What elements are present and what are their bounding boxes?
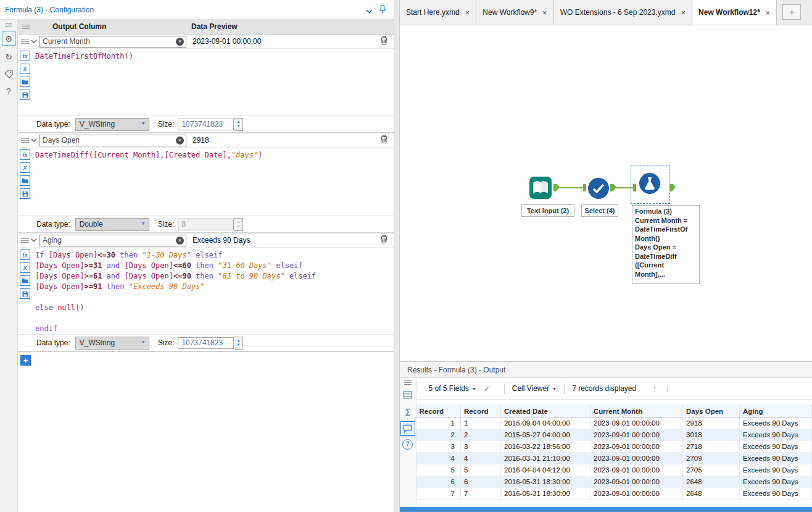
cell[interactable]: 2015-09-04 04:00:00 bbox=[501, 418, 590, 429]
recent-expressions-icon[interactable] bbox=[20, 77, 30, 87]
workflow-tab[interactable]: New Workflow12*× bbox=[692, 0, 777, 25]
scroll-down-icon[interactable]: ↓ bbox=[665, 384, 669, 393]
fields-dropdown[interactable]: 5 of 5 Fields ▼ bbox=[429, 384, 476, 393]
cell[interactable]: 5 bbox=[416, 464, 461, 476]
profile-view-icon[interactable]: ∑ bbox=[401, 405, 415, 418]
collapse-formula-icon[interactable] bbox=[29, 138, 39, 142]
cell[interactable]: 2023-09-01 00:00:00 bbox=[590, 441, 683, 453]
cell[interactable]: Exceeds 90 Days bbox=[740, 429, 812, 441]
cell[interactable]: 2918 bbox=[683, 418, 740, 429]
workflow-tab[interactable]: WO Extensions - 6 Sep 2023.yxmd× bbox=[554, 0, 692, 25]
cell[interactable]: Exceeds 90 Days bbox=[740, 441, 812, 453]
cell[interactable]: Exceeds 90 Days bbox=[740, 476, 812, 488]
cell[interactable]: 6 bbox=[416, 476, 461, 488]
cell[interactable]: 5 bbox=[461, 464, 501, 476]
cell[interactable]: 6 bbox=[461, 476, 501, 488]
help-icon[interactable]: ? bbox=[402, 439, 413, 450]
workflow-canvas[interactable]: Text Input (2) Select (4) Formula (3) Cu… bbox=[400, 25, 812, 361]
refresh-icon[interactable]: ↻ bbox=[2, 50, 15, 63]
recent-expressions-icon[interactable] bbox=[20, 175, 30, 186]
output-column-input[interactable]: Days Open× bbox=[39, 135, 186, 146]
cell[interactable]: 2648 bbox=[683, 476, 740, 488]
cell[interactable]: Exceeds 90 Days bbox=[740, 418, 812, 429]
drag-handle-icon[interactable] bbox=[21, 238, 29, 243]
cell[interactable]: 4 bbox=[461, 453, 501, 464]
cell[interactable]: Exceeds 90 Days bbox=[740, 464, 812, 476]
input-anchor[interactable] bbox=[583, 184, 586, 191]
tab-close-icon[interactable]: × bbox=[542, 8, 547, 17]
cell[interactable]: 4 bbox=[416, 453, 461, 464]
cell[interactable]: 2648 bbox=[683, 488, 740, 500]
cell[interactable]: 2016-03-31 21:10:00 bbox=[501, 453, 590, 464]
delete-formula-icon[interactable] bbox=[380, 135, 388, 146]
size-input[interactable]: 1073741823 bbox=[178, 119, 234, 130]
cell[interactable]: 3 bbox=[416, 441, 461, 453]
size-spinner[interactable]: ▲▼ bbox=[234, 218, 243, 231]
expression-editor[interactable]: DateTimeFirstOfMonth() bbox=[31, 49, 394, 115]
output-column-input[interactable]: Current Month× bbox=[39, 36, 186, 48]
variables-icon[interactable]: X bbox=[20, 262, 30, 273]
cell[interactable]: 2023-09-01 00:00:00 bbox=[590, 488, 683, 500]
tab-close-icon[interactable]: × bbox=[681, 8, 686, 17]
clear-column-icon[interactable]: × bbox=[176, 136, 184, 145]
clear-column-icon[interactable]: × bbox=[176, 237, 184, 245]
tool-annotation[interactable]: Formula (3) Current Month =DateTimeFirst… bbox=[632, 205, 700, 284]
tool-caption[interactable]: Select (4) bbox=[581, 204, 618, 217]
chevron-down-icon[interactable] bbox=[366, 7, 373, 15]
clear-column-icon[interactable]: × bbox=[176, 38, 184, 46]
text-input-tool[interactable] bbox=[529, 176, 552, 201]
drag-handle-icon[interactable] bbox=[21, 138, 29, 143]
cell[interactable]: 2 bbox=[416, 429, 461, 441]
recent-expressions-icon[interactable] bbox=[20, 275, 30, 286]
variables-icon[interactable]: X bbox=[20, 64, 30, 74]
size-spinner[interactable]: ▲▼ bbox=[234, 118, 243, 131]
messages-view-icon[interactable] bbox=[400, 421, 415, 436]
help-icon[interactable]: ? bbox=[2, 85, 15, 98]
expression-editor[interactable]: DateTimeDiff([Current Month],[Created Da… bbox=[31, 148, 394, 216]
tool-caption[interactable]: Text Input (2) bbox=[521, 204, 574, 217]
settings-gear-icon[interactable]: ⚙ bbox=[2, 31, 16, 46]
menu-icon[interactable] bbox=[5, 23, 12, 27]
cell[interactable]: 2023-09-01 00:00:00 bbox=[590, 476, 683, 488]
size-spinner[interactable]: ▲▼ bbox=[234, 337, 243, 350]
table-view-icon[interactable] bbox=[401, 388, 415, 401]
tag-icon[interactable] bbox=[2, 67, 15, 80]
functions-icon[interactable]: fx bbox=[20, 51, 30, 61]
delete-formula-icon[interactable] bbox=[380, 235, 388, 246]
cell[interactable]: 1 bbox=[416, 418, 461, 429]
scroll-up-icon[interactable]: ↑ bbox=[652, 384, 657, 393]
cell[interactable]: 2709 bbox=[683, 453, 740, 464]
data-type-dropdown[interactable]: Double▼ bbox=[75, 218, 149, 231]
cell[interactable]: 2015-05-27 04:00:00 bbox=[501, 429, 590, 441]
column-header[interactable]: Aging bbox=[740, 405, 812, 418]
functions-icon[interactable]: fx bbox=[20, 250, 30, 260]
size-input[interactable]: 8 bbox=[178, 219, 234, 230]
tab-close-icon[interactable]: × bbox=[465, 8, 470, 17]
cell[interactable]: 2705 bbox=[683, 464, 740, 476]
new-workflow-button[interactable]: + bbox=[782, 4, 801, 20]
cell[interactable]: 7 bbox=[461, 488, 501, 500]
saved-expressions-icon[interactable] bbox=[20, 288, 30, 299]
expression-editor[interactable]: If [Days Open]<=30 then "1-30 Days" else… bbox=[31, 248, 394, 334]
cell[interactable]: 2 bbox=[461, 429, 501, 441]
menu-icon[interactable] bbox=[404, 380, 412, 385]
tab-close-icon[interactable]: × bbox=[766, 8, 771, 17]
collapse-formula-icon[interactable] bbox=[29, 238, 39, 242]
add-formula-button[interactable]: + bbox=[20, 355, 31, 366]
cell[interactable]: 2718 bbox=[683, 441, 740, 453]
cell[interactable]: 2023-09-01 00:00:00 bbox=[590, 453, 683, 464]
cell[interactable]: 7 bbox=[416, 488, 461, 500]
cell-viewer-dropdown[interactable]: Cell Viewer ▼ bbox=[512, 384, 557, 393]
functions-icon[interactable]: fx bbox=[20, 149, 30, 160]
column-header[interactable]: Days Open bbox=[683, 405, 740, 418]
cell[interactable]: 2023-09-01 00:00:00 bbox=[590, 418, 683, 429]
cell[interactable]: 1 bbox=[461, 418, 501, 429]
collapse-formula-icon[interactable] bbox=[29, 40, 39, 43]
cell[interactable]: 2023-09-01 00:00:00 bbox=[590, 429, 683, 441]
horizontal-scrollbar[interactable] bbox=[400, 507, 812, 512]
workflow-tab[interactable]: Start Here.yxmd× bbox=[400, 0, 476, 25]
select-tool[interactable] bbox=[587, 177, 610, 201]
column-header[interactable]: Record bbox=[416, 405, 461, 418]
connection-wire[interactable] bbox=[559, 187, 583, 188]
formula-tool[interactable] bbox=[639, 172, 661, 196]
